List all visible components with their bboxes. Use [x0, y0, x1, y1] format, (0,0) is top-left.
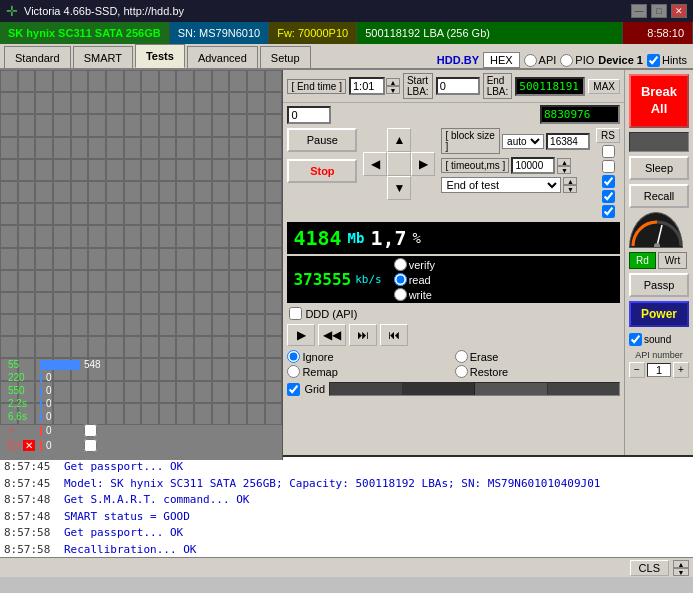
passp-button[interactable]: Passp — [629, 273, 689, 297]
pio-radio[interactable] — [560, 54, 573, 67]
end-of-test-select[interactable]: End of test — [441, 177, 561, 193]
remap-radio[interactable] — [287, 365, 300, 378]
arrow-right[interactable]: ▶ — [411, 152, 435, 176]
stop-button[interactable]: Stop — [287, 159, 357, 183]
sound-checkbox[interactable] — [629, 333, 642, 346]
pause-button[interactable]: Pause — [287, 128, 357, 152]
sleep-button[interactable]: Sleep — [629, 156, 689, 180]
api-radio[interactable] — [524, 54, 537, 67]
right-buttons-panel: BreakAll Sleep Recall Rd Wrt Passp Power — [624, 70, 693, 455]
restore-radio[interactable] — [455, 365, 468, 378]
timeout-down[interactable]: ▼ — [557, 166, 571, 174]
hints-checkbox[interactable] — [647, 54, 660, 67]
wrt-button[interactable]: Wrt — [658, 252, 687, 269]
read-label[interactable]: read — [394, 273, 435, 286]
stat-label-2s: 2,2s — [8, 398, 36, 409]
end-lba-input[interactable] — [515, 77, 585, 96]
max-button[interactable]: MAX — [588, 79, 620, 94]
tab-tests[interactable]: Tests — [135, 44, 185, 68]
skip-end-button[interactable]: ⏭ — [349, 324, 377, 346]
end-of-test-down[interactable]: ▼ — [563, 185, 577, 193]
break-all-button[interactable]: BreakAll — [629, 74, 689, 128]
maximize-button[interactable]: □ — [651, 4, 667, 18]
log-line: 8:57:48SMART status = GOOD — [4, 509, 689, 526]
tab-advanced[interactable]: Advanced — [187, 46, 258, 68]
erase-label[interactable]: Erase — [455, 350, 620, 363]
hdd-by-link[interactable]: HDD.BY — [437, 54, 479, 66]
stat-val-errx: 0 — [46, 440, 76, 451]
recall-button[interactable]: Recall — [629, 184, 689, 208]
restore-label[interactable]: Restore — [455, 365, 620, 378]
tab-setup[interactable]: Setup — [260, 46, 311, 68]
minimize-button[interactable]: — — [631, 4, 647, 18]
end-lba-label: End LBA: — [483, 73, 513, 99]
remap-label[interactable]: Remap — [287, 365, 452, 378]
arrow-up[interactable]: ▲ — [387, 128, 411, 152]
write-label[interactable]: write — [394, 288, 435, 301]
ignore-radio[interactable] — [287, 350, 300, 363]
stat-bar-err — [40, 426, 42, 436]
erase-radio[interactable] — [455, 350, 468, 363]
stat-val-err: 0 — [46, 425, 76, 436]
api-spinner-row: − + — [629, 362, 689, 378]
pause-stop-section: Pause Stop — [287, 128, 357, 183]
rs-button[interactable]: RS — [596, 128, 620, 143]
tab-smart[interactable]: SMART — [73, 46, 133, 68]
api-plus[interactable]: + — [673, 362, 689, 378]
arrow-down[interactable]: ▼ — [387, 176, 411, 200]
verify-radio[interactable] — [394, 258, 407, 271]
device-model: SK hynix SC311 SATA 256GB — [0, 22, 170, 44]
close-button[interactable]: ✕ — [671, 4, 687, 18]
timeout-up[interactable]: ▲ — [557, 158, 571, 166]
stat-val-220: 0 — [46, 372, 76, 383]
timeout-input[interactable] — [511, 157, 555, 174]
skip-start-button[interactable]: ⏮ — [380, 324, 408, 346]
device-time: 8:58:10 — [623, 22, 693, 44]
err-checkbox[interactable] — [84, 424, 97, 437]
api-radio-label[interactable]: API — [524, 54, 557, 67]
grid-checkbox[interactable] — [287, 383, 300, 396]
tab-standard[interactable]: Standard — [4, 46, 71, 68]
ddd-checkbox[interactable] — [289, 307, 302, 320]
stat-bar-6s — [40, 412, 42, 422]
end-time-input[interactable] — [349, 77, 385, 95]
speed-pct-value: 1,7 — [370, 226, 406, 250]
api-minus[interactable]: − — [629, 362, 645, 378]
arrow-center[interactable] — [387, 152, 411, 176]
errx-checkbox[interactable] — [84, 439, 97, 452]
rd-button[interactable]: Rd — [629, 252, 656, 269]
ignore-label[interactable]: Ignore — [287, 350, 452, 363]
log-time: 8:57:48 — [4, 492, 56, 509]
stat-bar-2s — [40, 399, 42, 409]
block-size-input[interactable] — [546, 133, 590, 150]
field2-input[interactable] — [287, 106, 331, 124]
hints-checkbox-label[interactable]: Hints — [647, 54, 687, 67]
arrow-left[interactable]: ◀ — [363, 152, 387, 176]
pio-radio-label[interactable]: PIO — [560, 54, 594, 67]
cls-button[interactable]: CLS — [630, 560, 669, 576]
block-size-auto[interactable]: auto — [502, 134, 544, 149]
end-time-up[interactable]: ▲ — [386, 78, 400, 86]
read-radio[interactable] — [394, 273, 407, 286]
field3-input[interactable] — [540, 105, 620, 124]
log-checkbox-1[interactable] — [602, 145, 615, 158]
write-radio[interactable] — [394, 288, 407, 301]
arrow-pad: ▲ ◀ ▶ ▼ — [363, 128, 435, 200]
api-value-input[interactable] — [647, 363, 671, 377]
log-checkbox-4[interactable] — [602, 190, 615, 203]
log-checkbox-2[interactable] — [602, 160, 615, 173]
verify-label[interactable]: verify — [394, 258, 435, 271]
log-scroll-up[interactable]: ▲ — [673, 560, 689, 568]
power-button[interactable]: Power — [629, 301, 689, 327]
log-section: 8:57:45Get passport... OK8:57:45Model: S… — [0, 455, 693, 577]
play-button[interactable]: ▶ — [287, 324, 315, 346]
hex-button[interactable]: HEX — [483, 52, 520, 68]
log-checkbox-5[interactable] — [602, 205, 615, 218]
end-of-test-up[interactable]: ▲ — [563, 177, 577, 185]
log-scroll-down[interactable]: ▼ — [673, 568, 689, 576]
end-time-down[interactable]: ▼ — [386, 86, 400, 94]
back-button[interactable]: ◀◀ — [318, 324, 346, 346]
device-lba: 500118192 LBA (256 Gb) — [357, 22, 623, 44]
log-checkbox-3[interactable] — [602, 175, 615, 188]
start-lba-input[interactable] — [436, 77, 480, 95]
